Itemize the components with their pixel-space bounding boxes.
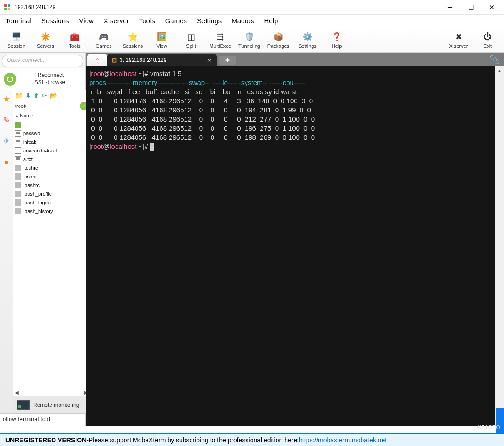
file-browser: 📁 ⬇ ⬆ ⟳ 📂 ✓ Name ..passwdinittabanaconda… (13, 90, 90, 413)
generic-icon (15, 173, 21, 180)
sessions-icon: ⭐ (127, 31, 138, 42)
toolbar-help[interactable]: ❓Help (322, 28, 351, 52)
toolbar-packages[interactable]: 📦Packages (264, 28, 293, 52)
maximize-button[interactable]: ☐ (460, 0, 481, 14)
refresh-icon[interactable]: ⟳ (42, 92, 47, 99)
svg-rect-3 (8, 8, 10, 10)
svg-rect-0 (4, 4, 7, 7)
download-icon[interactable]: ⬇ (25, 92, 31, 99)
follow-terminal-folder[interactable]: ollow terminal fold (0, 413, 85, 426)
exit-icon: ⏻ (482, 31, 493, 42)
menubar: TerminalSessionsViewX serverToolsGamesSe… (0, 15, 504, 27)
help-icon: ❓ (331, 31, 342, 42)
toolbar-exit[interactable]: ⏻Exit (473, 28, 502, 52)
file-item[interactable]: a.txt (13, 155, 90, 163)
generic-icon (15, 165, 21, 171)
upload-icon[interactable]: ⬆ (34, 92, 39, 99)
file-item[interactable]: .tcshrc (13, 163, 90, 172)
titlebar: 192.168.248.129 ─ ☐ ✕ (0, 0, 504, 15)
monitor-icon (17, 400, 30, 410)
status-bar: UNREGISTERED VERSION - Please support Mo… (0, 433, 504, 446)
split-icon: ◫ (186, 31, 197, 42)
file-item[interactable]: .cshrc (13, 172, 90, 181)
file-item[interactable]: passwd (13, 129, 90, 137)
menu-settings[interactable]: Settings (197, 17, 222, 25)
menu-macros[interactable]: Macros (232, 17, 254, 25)
file-item[interactable]: .bash_history (13, 207, 90, 215)
quick-connect-input[interactable]: Quick connect... (2, 55, 83, 67)
toolbar-x server[interactable]: ✖X server (444, 28, 473, 52)
file-item[interactable]: .bash_logout (13, 198, 90, 207)
window-title: 192.168.248.129 (15, 4, 439, 10)
toolbar-servers[interactable]: ✴️Servers (31, 28, 60, 52)
servers-icon: ✴️ (40, 31, 51, 42)
watermark: ©51CTO (477, 424, 500, 431)
file-item[interactable]: inittab (13, 137, 90, 146)
menu-x-server[interactable]: X server (104, 17, 129, 25)
txt-icon (15, 139, 21, 145)
send-tab-icon[interactable]: ✈ (0, 135, 13, 147)
menu-sessions[interactable]: Sessions (41, 17, 69, 25)
file-item[interactable]: anaconda-ks.cf (13, 146, 90, 155)
generic-icon (15, 199, 21, 206)
reconnect-button[interactable]: ⏻ ReconnectSSH-browser (0, 68, 85, 90)
terminal-scrollbar[interactable]: ▲ ▼ (495, 66, 504, 426)
settings-icon: ⚙️ (302, 31, 313, 42)
toolbar-split[interactable]: ◫Split (176, 28, 206, 52)
home-icon: ⌂ (95, 56, 100, 64)
folder-icon (15, 122, 21, 128)
app-logo-icon (4, 4, 11, 11)
globe-tab-icon[interactable]: ● (0, 156, 13, 168)
file-item[interactable]: .. (13, 120, 90, 129)
packages-icon: 📦 (273, 31, 284, 42)
generic-icon (15, 182, 21, 188)
menu-terminal[interactable]: Terminal (5, 17, 31, 25)
menu-games[interactable]: Games (165, 17, 187, 25)
toolbar-tools[interactable]: 🧰Tools (60, 28, 89, 52)
toolbar-settings[interactable]: ⚙️Settings (293, 28, 322, 52)
scroll-up-icon[interactable]: ▲ (495, 66, 504, 75)
svg-rect-2 (4, 8, 7, 10)
path-bar: ✓ (13, 101, 90, 111)
toolbar-games[interactable]: 🎮Games (89, 28, 118, 52)
toolbar-sessions[interactable]: ⭐Sessions (118, 28, 147, 52)
star-tab-icon[interactable]: ★ (0, 93, 13, 106)
path-input[interactable] (13, 102, 80, 110)
toolbar-tunneling[interactable]: 🛡️Tunneling (235, 28, 264, 52)
multiexec-icon: ⇶ (215, 31, 226, 42)
txt-icon (15, 147, 21, 154)
remote-monitoring-button[interactable]: Remote monitoring (13, 396, 90, 413)
terminal-output[interactable]: [root@localhost ~]# vmstat 1 5 procs ---… (86, 66, 504, 426)
session-icon: 🖥️ (11, 31, 22, 42)
terminal-icon: ▧ (112, 57, 117, 63)
browser-toolbar: 📁 ⬇ ⬆ ⟳ 📂 (13, 90, 90, 101)
subscribe-link[interactable]: https://mobaxterm.mobatek.net (299, 436, 387, 444)
toolbar-multiexec[interactable]: ⇶MultiExec (206, 28, 235, 52)
minimize-button[interactable]: ─ (439, 0, 460, 14)
file-list-header[interactable]: Name (13, 111, 90, 120)
browser-hscroll[interactable]: ◀▶ (13, 389, 90, 396)
sidebar-vertical-tabs: ★ ✎ ✈ ● (0, 90, 13, 413)
generic-icon (15, 191, 21, 197)
tab-close-icon[interactable]: ✕ (207, 57, 212, 64)
close-button[interactable]: ✕ (481, 0, 502, 14)
games-icon: 🎮 (98, 31, 109, 42)
file-item[interactable]: .bash_profile (13, 189, 90, 198)
toolbar-view[interactable]: 🖼️View (147, 28, 176, 52)
menu-view[interactable]: View (79, 17, 94, 25)
toolbar-session[interactable]: 🖥️Session (2, 28, 31, 52)
tab-strip: ⌂ ▧ 3. 192.168.248.129 ✕ ✚ 📎 (86, 53, 504, 66)
main-panel: ⌂ ▧ 3. 192.168.248.129 ✕ ✚ 📎 [root@local… (86, 53, 504, 426)
menu-help[interactable]: Help (264, 17, 278, 25)
newfolder-icon[interactable]: 📂 (50, 92, 58, 99)
menu-tools[interactable]: Tools (139, 17, 155, 25)
home-tab[interactable]: ⌂ (87, 54, 107, 66)
txt-icon (15, 130, 21, 137)
tools-tab-icon[interactable]: ✎ (0, 114, 13, 127)
paperclip-icon[interactable]: 📎 (489, 55, 499, 65)
folder-icon[interactable]: 📁 (15, 92, 23, 99)
new-tab-button[interactable]: ✚ (219, 56, 236, 65)
toolbar: 🖥️Session✴️Servers🧰Tools🎮Games⭐Sessions🖼… (0, 27, 504, 53)
file-item[interactable]: .bashrc (13, 181, 90, 189)
session-tab[interactable]: ▧ 3. 192.168.248.129 ✕ (107, 54, 217, 66)
